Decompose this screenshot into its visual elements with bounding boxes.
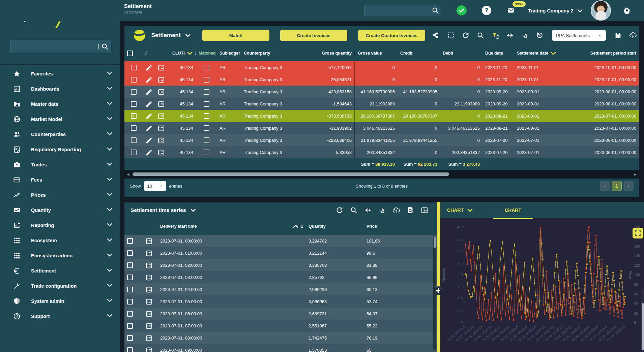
row-checkbox[interactable] [127, 238, 133, 244]
edit-pencil-icon[interactable] [145, 125, 152, 131]
col-price[interactable]: Price [364, 224, 437, 229]
table-row[interactable]: 45 134ARTrading Company 3-5,33958200,843… [124, 146, 639, 158]
refresh-icon[interactable] [333, 204, 346, 216]
cloud-upload-icon[interactable] [390, 204, 402, 216]
row-checkbox[interactable] [131, 77, 137, 83]
match-button[interactable]: Match [202, 30, 269, 41]
user-avatar[interactable] [591, 0, 611, 21]
col-matched[interactable]: Matched [196, 51, 217, 56]
matched-checkbox[interactable] [204, 77, 209, 83]
row-detail-icon[interactable] [145, 334, 152, 341]
next-page-button[interactable]: › [623, 181, 634, 191]
list-item[interactable]: 2023-07-01, 04:00:002,98023660,13 [124, 283, 437, 295]
create-invoices-button[interactable]: Create Invoices [280, 30, 347, 41]
sidebar-item-dashboards[interactable]: Dashboards [0, 81, 120, 96]
search-icon[interactable] [348, 204, 360, 216]
table-row[interactable]: 45 134ARTrading Company 3-31,9339023 046… [124, 122, 639, 134]
row-checkbox[interactable] [127, 311, 133, 317]
tab-chart[interactable]: CHART [493, 202, 533, 218]
sidebar-item-support[interactable]: Support [0, 309, 120, 324]
sidebar-item-fees[interactable]: Fees [0, 172, 120, 187]
col-gross-quantity[interactable]: Gross quantity [304, 51, 354, 56]
selection-mode-icon[interactable] [445, 30, 457, 41]
sidebar-item-ecosystem-admin[interactable]: Ecosystem admin [0, 248, 120, 263]
row-checkbox[interactable] [127, 287, 133, 292]
timeseries-chart[interactable]: 4.03.53.02.52.01.51.00.50200180160140120… [440, 218, 644, 352]
chart-vertical-scrollbar[interactable] [641, 290, 644, 352]
fullscreen-button[interactable] [633, 228, 643, 238]
sidebar-item-market-model[interactable]: Market Model [0, 111, 120, 127]
company-selector[interactable]: Trading Company 2 [528, 7, 584, 14]
matched-checkbox[interactable] [204, 137, 209, 143]
row-detail-icon[interactable] [157, 88, 164, 95]
col-delivery-start[interactable]: Delivery start time 1 [157, 223, 306, 230]
list-item[interactable]: 2023-07-01, 00:00:003,294702101,66 [124, 235, 437, 247]
sidebar-item-settlement[interactable]: Settlement [0, 263, 120, 278]
row-detail-icon[interactable] [145, 274, 152, 281]
list-item[interactable]: 2023-07-01, 09:00:001,57085365 [124, 344, 437, 352]
edit-pencil-icon[interactable] [145, 137, 152, 143]
table-row[interactable]: 45 134ARTrading Company 3-1,58464323,119… [124, 98, 639, 110]
col-due-date[interactable]: Due date [482, 51, 514, 56]
row-detail-icon[interactable] [145, 298, 152, 305]
sidebar-item-reporting[interactable]: Reporting [0, 218, 120, 233]
row-detail-icon[interactable] [157, 137, 164, 143]
scroll-left-arrow[interactable]: ◄ [126, 172, 130, 177]
sidebar-item-master-data[interactable]: Master data [0, 96, 120, 111]
row-detail-icon[interactable] [145, 286, 152, 293]
col-cluti[interactable]: CLUTI1 [170, 50, 196, 57]
table-row[interactable]: 45 134ARTrading Company 3-423,85315841 1… [124, 86, 639, 98]
row-checkbox[interactable]: ✓ [131, 113, 137, 119]
layout-toggle-icon[interactable] [418, 204, 431, 216]
col-period-start[interactable]: Settlement period start [558, 51, 639, 56]
table-row[interactable]: 45 134ARTrading Company 3-517,1200470002… [124, 61, 639, 73]
matched-checkbox[interactable] [204, 65, 209, 70]
font-size-icon[interactable] [519, 30, 531, 41]
reset-filter-icon[interactable] [489, 30, 501, 41]
col-debit[interactable]: Debit [440, 51, 482, 56]
list-item[interactable]: 2023-07-01, 02:00:003,33070883,38 [124, 259, 437, 271]
col-subledger[interactable]: Subledger [217, 51, 241, 56]
row-detail-icon[interactable] [157, 76, 164, 83]
sidebar-item-favorites[interactable]: Favorites [0, 66, 120, 81]
global-search-icon[interactable] [429, 5, 441, 16]
row-detail-icon[interactable] [157, 113, 164, 119]
fit-columns-icon[interactable] [362, 204, 374, 216]
table-row[interactable]: 45 134ARTrading Company 3-228,63840621 8… [124, 134, 639, 146]
row-detail-icon[interactable] [145, 262, 152, 268]
row-detail-icon[interactable] [145, 310, 152, 317]
row-detail-icon[interactable] [157, 64, 164, 71]
matched-checkbox[interactable] [204, 125, 209, 131]
col-info[interactable]: i [143, 51, 155, 56]
row-checkbox[interactable] [131, 101, 137, 107]
table-row[interactable]: ✓45 134ARTrading Company 3-373,53073529 … [124, 110, 639, 122]
history-icon[interactable] [534, 30, 546, 41]
help-button[interactable]: ? [481, 5, 492, 16]
list-item[interactable]: 2023-07-01, 06:00:002,68973154,37 [124, 308, 437, 320]
font-size-icon[interactable] [376, 204, 388, 216]
row-detail-icon[interactable] [145, 237, 152, 244]
fit-columns-icon[interactable] [504, 30, 516, 41]
save-view-icon[interactable] [612, 30, 624, 41]
cloud-download-icon[interactable] [627, 30, 639, 41]
list-item[interactable]: 2023-07-01, 08:00:001,74247576,19 [124, 332, 437, 344]
col-counterparty[interactable]: Counterparty [241, 51, 304, 56]
sidebar-item-system-admin[interactable]: System admin [0, 293, 120, 309]
col-settlement-date[interactable]: Settlement date2 [514, 50, 558, 57]
row-checkbox[interactable] [127, 299, 133, 305]
edit-pencil-icon[interactable] [145, 88, 152, 95]
row-checkbox[interactable] [127, 323, 133, 329]
select-all-checkbox[interactable] [127, 51, 133, 56]
row-detail-icon[interactable] [145, 250, 152, 256]
row-detail-icon[interactable] [157, 125, 164, 131]
row-checkbox[interactable] [127, 347, 133, 352]
search-icon[interactable] [474, 30, 487, 41]
hierarchy-view-icon[interactable] [430, 30, 442, 41]
row-checkbox[interactable] [131, 65, 137, 70]
edit-pencil-icon[interactable] [145, 100, 152, 107]
row-checkbox[interactable] [127, 250, 133, 256]
row-checkbox[interactable] [131, 89, 137, 95]
refresh-icon[interactable] [460, 30, 472, 41]
system-status-button[interactable] [456, 5, 467, 16]
row-checkbox[interactable] [131, 125, 137, 131]
